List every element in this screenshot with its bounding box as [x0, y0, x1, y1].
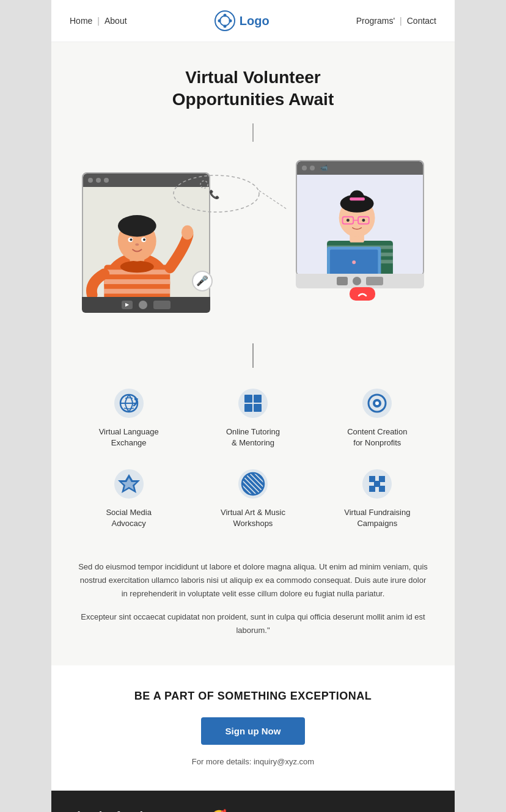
hero-divider — [252, 123, 254, 142]
service-label-language: Virtual LanguageExchange — [99, 426, 159, 448]
cta-contact-prefix: For more details: — [192, 757, 254, 766]
nav-programs[interactable]: Programs' — [356, 16, 395, 26]
service-art: Virtual Art & MusicWorkshops — [194, 467, 312, 529]
svg-point-37 — [350, 190, 364, 205]
description-section: Sed do eiusmod tempor incididunt ut labo… — [51, 548, 455, 665]
dashed-lines-svg: 📞 — [167, 172, 302, 246]
person2-toolbar — [296, 274, 424, 288]
service-label-content: Content Creationfor Nonprofits — [347, 426, 407, 448]
svg-line-9 — [259, 191, 287, 209]
svg-point-5 — [229, 20, 232, 23]
service-content: Content Creationfor Nonprofits — [318, 386, 436, 448]
svg-rect-14 — [104, 279, 170, 284]
svg-point-22 — [130, 238, 133, 241]
hangup-button[interactable] — [350, 287, 375, 301]
svg-text:📞: 📞 — [209, 189, 220, 200]
cta-contact: For more details: inquiry@xyz.com — [70, 757, 436, 766]
svg-point-54 — [375, 401, 379, 405]
svg-point-7 — [200, 181, 208, 188]
fundraising-icon — [360, 467, 394, 501]
nav-sep-2: | — [400, 16, 402, 26]
svg-rect-47 — [244, 395, 252, 403]
service-tutoring: Online Tutoring& Mentoring — [194, 386, 312, 448]
svg-rect-38 — [350, 197, 365, 200]
svg-point-23 — [143, 238, 145, 241]
svg-point-42 — [346, 219, 350, 222]
footer: Thanks for the support! 🥰 Lorem ipsum do… — [51, 791, 455, 812]
window2-bar: 📹 — [297, 161, 423, 175]
svg-rect-15 — [104, 289, 170, 294]
svg-rect-49 — [244, 404, 252, 412]
svg-rect-46 — [238, 389, 268, 418]
service-label-tutoring: Online Tutoring& Mentoring — [226, 426, 280, 448]
cta-section: BE A PART OF SOMETHING EXCEPTIONAL Sign … — [51, 665, 455, 791]
nav-left: Home | About — [70, 16, 127, 26]
divider-line-1 — [252, 343, 254, 368]
email-container: Home | About Logo Programs' | Contact — [51, 0, 455, 812]
svg-point-4 — [218, 20, 221, 23]
svg-point-1 — [220, 16, 230, 26]
footer-emoji: 🥰 — [211, 809, 227, 812]
services-section: Virtual LanguageExchange Online Tutorin — [51, 374, 455, 548]
art-music-icon — [236, 467, 270, 501]
svg-point-43 — [362, 219, 365, 222]
mic-icon: 🎤 — [192, 271, 213, 291]
person1-toolbar: ▶ — [82, 297, 210, 313]
nav-contact[interactable]: Contact — [407, 16, 436, 26]
svg-point-24 — [135, 243, 139, 246]
svg-rect-73 — [379, 486, 385, 492]
cta-contact-email: inquiry@xyz.com — [254, 757, 314, 766]
svg-rect-48 — [254, 395, 262, 403]
desc-para-1: Sed do eiusmod tempor incididunt ut labo… — [76, 560, 430, 601]
svg-point-19 — [118, 215, 156, 236]
desc-para-2: Excepteur sint occaecat cupidatat non pr… — [76, 610, 430, 637]
hero-title: Virtual Volunteer Opportunities Await — [70, 67, 436, 111]
svg-rect-72 — [369, 486, 375, 492]
svg-point-17 — [120, 260, 154, 272]
nav-right: Programs' | Contact — [356, 16, 436, 26]
service-fundraising: Virtual FundraisingCampaigns — [318, 467, 436, 529]
language-exchange-icon — [112, 386, 146, 420]
social-media-icon — [112, 467, 146, 501]
svg-point-3 — [223, 25, 226, 28]
navbar: Home | About Logo Programs' | Contact — [51, 0, 455, 42]
footer-thanks: Thanks for the support! 🥰 — [70, 809, 436, 812]
service-label-fundraising: Virtual FundraisingCampaigns — [344, 507, 410, 529]
signup-button[interactable]: Sign up Now — [201, 717, 306, 745]
logo-text: Logo — [240, 14, 270, 28]
person2-svg — [297, 175, 423, 274]
person2-window: 📹 — [296, 160, 424, 276]
services-grid: Virtual LanguageExchange Online Tutorin — [70, 386, 436, 530]
tutoring-icon — [236, 386, 270, 420]
svg-rect-50 — [254, 404, 262, 412]
hero-illustration: 📞 — [70, 154, 436, 325]
nav-home[interactable]: Home — [70, 16, 92, 26]
service-label-art: Virtual Art & MusicWorkshops — [221, 507, 285, 529]
cta-title: BE A PART OF SOMETHING EXCEPTIONAL — [70, 690, 436, 703]
content-creation-icon — [360, 386, 394, 420]
svg-point-33 — [352, 260, 356, 264]
logo[interactable]: Logo — [214, 10, 270, 32]
hangup-icon — [358, 291, 367, 297]
service-label-social: Social MediaAdvocacy — [106, 507, 151, 529]
service-social: Social MediaAdvocacy — [70, 467, 188, 529]
service-virtual-language: Virtual LanguageExchange — [70, 386, 188, 448]
svg-point-2 — [223, 14, 226, 17]
nav-about[interactable]: About — [105, 16, 127, 26]
nav-sep-1: | — [97, 16, 100, 26]
section-divider-1 — [51, 337, 455, 374]
page-wrapper: Home | About Logo Programs' | Contact — [0, 0, 506, 812]
hero-section: Virtual Volunteer Opportunities Await 📞 — [51, 42, 455, 337]
footer-thanks-text: Thanks for the support! — [70, 810, 207, 813]
logo-icon — [214, 10, 236, 32]
